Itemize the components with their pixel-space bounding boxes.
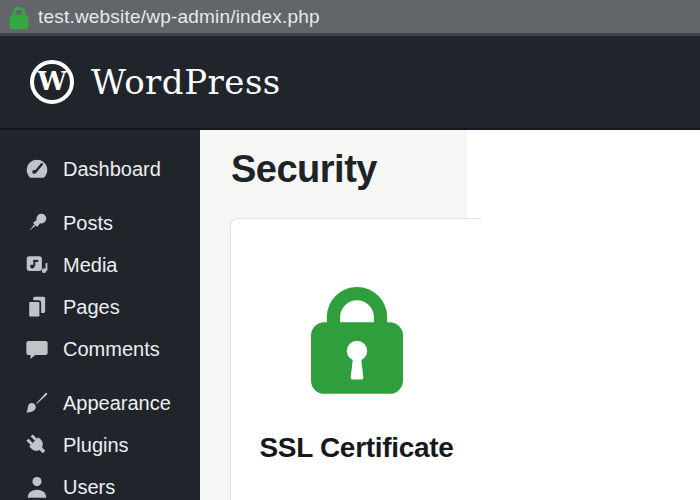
admin-header: W WordPress — [0, 36, 700, 130]
sidebar-item-label: Plugins — [63, 434, 129, 457]
sidebar-item-appearance[interactable]: Appearance — [0, 382, 200, 424]
paintbrush-icon — [23, 390, 50, 416]
comment-bubble-icon — [23, 336, 50, 362]
page-title: Security — [231, 148, 377, 191]
url-text[interactable]: test.website/wp-admin/index.php — [38, 6, 320, 28]
sidebar-item-label: Dashboard — [63, 158, 161, 181]
sidebar-item-posts[interactable]: Posts — [0, 202, 200, 244]
dashboard-gauge-icon — [23, 156, 50, 182]
ssl-certificate-card[interactable]: SSL Certificate — [230, 218, 482, 500]
sidebar-item-dashboard[interactable]: Dashboard — [0, 148, 200, 190]
sidebar-item-label: Comments — [63, 338, 160, 361]
media-icon — [23, 252, 50, 278]
sidebar-item-pages[interactable]: Pages — [0, 286, 200, 328]
sidebar-item-label: Media — [63, 254, 117, 277]
sidebar-item-media[interactable]: Media — [0, 244, 200, 286]
user-icon — [23, 474, 50, 500]
wordpress-wordmark: WordPress — [91, 62, 281, 102]
sidebar-item-label: Posts — [63, 212, 113, 235]
pushpin-icon — [23, 210, 50, 236]
sidebar-item-label: Pages — [63, 296, 120, 319]
wordpress-logo-letter: W — [37, 68, 66, 94]
ssl-card-title: SSL Certificate — [231, 432, 482, 464]
browser-address-bar[interactable]: test.website/wp-admin/index.php — [0, 0, 700, 36]
menu-separator — [0, 370, 200, 382]
admin-sidebar: Dashboard Posts Media — [0, 130, 200, 500]
plug-icon — [23, 432, 50, 458]
ssl-lock-icon — [231, 273, 482, 400]
sidebar-item-users[interactable]: Users — [0, 466, 200, 500]
sidebar-item-comments[interactable]: Comments — [0, 328, 200, 370]
sidebar-item-label: Appearance — [63, 392, 171, 415]
menu-separator — [0, 190, 200, 202]
sidebar-item-label: Users — [63, 476, 115, 499]
sidebar-item-plugins[interactable]: Plugins — [0, 424, 200, 466]
pages-icon — [23, 294, 50, 320]
wordpress-logo: W — [30, 60, 74, 104]
secure-padlock-icon[interactable] — [9, 4, 29, 30]
